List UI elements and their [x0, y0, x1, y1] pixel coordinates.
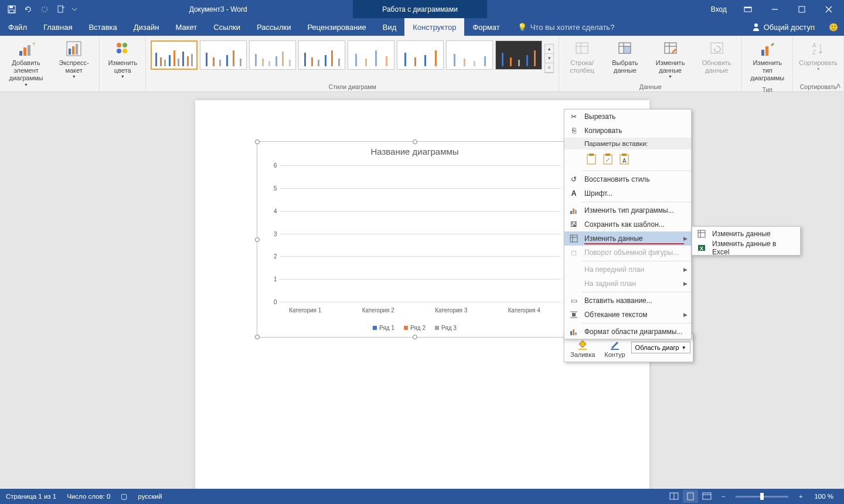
change-colors-button[interactable]: Изменить цвета▼	[102, 37, 143, 82]
chart-style-7[interactable]	[446, 40, 493, 70]
add-chart-element-button[interactable]: + Добавить элемент диаграммы▼	[2, 37, 50, 90]
zoom-slider[interactable]	[736, 496, 788, 498]
ctx-edit-data[interactable]: Изменить данные▶	[564, 231, 691, 246]
tab-design[interactable]: Дизайн	[125, 18, 168, 36]
chart-object[interactable]: Название диаграммы 0123456 Категория 1Ка…	[257, 141, 573, 338]
maximize-button[interactable]	[789, 0, 815, 18]
svg-rect-40	[587, 155, 595, 164]
ctx-reset-style[interactable]: ↺Восстановить стиль	[564, 172, 691, 186]
tab-insert[interactable]: Вставка	[80, 18, 125, 36]
svg-point-3	[42, 6, 47, 12]
mini-outline-button[interactable]: Контур	[601, 336, 628, 359]
chart-legend[interactable]: Ряд 1Ряд 2Ряд 3	[257, 325, 573, 331]
zoom-in-button[interactable]: +	[793, 490, 808, 503]
quick-access-toolbar	[0, 2, 83, 16]
ctx-copy[interactable]: ⎘Копировать	[564, 124, 691, 138]
highlight-underline	[584, 243, 684, 244]
handle-nw[interactable]	[255, 139, 260, 144]
qat-customize[interactable]	[70, 2, 79, 16]
tab-review[interactable]: Рецензирование	[299, 18, 374, 36]
status-proofing-icon[interactable]: ▢	[121, 492, 127, 500]
svg-text:A: A	[812, 42, 816, 49]
redo-button[interactable]	[38, 2, 52, 16]
close-button[interactable]	[816, 0, 842, 18]
paste-opt-3[interactable]: A	[617, 152, 631, 167]
tab-home[interactable]: Главная	[35, 18, 80, 36]
login-link[interactable]: Вход	[704, 5, 734, 13]
svg-text:X: X	[700, 246, 703, 251]
mini-chart-area-select[interactable]: Область диагр▼	[631, 342, 690, 353]
chart-plot-area[interactable]: 0123456	[269, 165, 561, 302]
ctx-font[interactable]: AШрифт...	[564, 186, 691, 200]
share-button[interactable]: Общий доступ	[744, 18, 823, 36]
view-web-layout[interactable]	[699, 490, 714, 503]
new-doc-button[interactable]	[54, 2, 68, 16]
bulb-icon: 💡	[518, 23, 527, 32]
ctx-wrap-text[interactable]: Обтекание текстом▶	[564, 308, 691, 322]
legend-item[interactable]: Ряд 3	[435, 325, 457, 331]
view-read-mode[interactable]	[666, 490, 682, 503]
chart-style-2[interactable]	[200, 40, 247, 70]
sort-button[interactable]: AZ Сортировать▼	[795, 37, 841, 74]
svg-rect-2	[9, 10, 14, 13]
ctx-insert-title[interactable]: ▭Вставить название...	[564, 294, 691, 308]
svg-rect-48	[573, 209, 574, 214]
handle-s[interactable]	[413, 335, 417, 339]
x-axis-labels: Категория 1Категория 2Категория 3Категор…	[269, 307, 561, 314]
ctx-sub-edit-excel[interactable]: XИзменить данные в Excel	[692, 241, 800, 255]
tab-chart-design[interactable]: Конструктор	[404, 18, 464, 36]
titlebar: Документ3 - Word Работа с диаграммами Вх…	[0, 0, 844, 18]
change-chart-type-button[interactable]: Изменить тип диаграммы	[744, 37, 790, 85]
title-right: Вход	[704, 0, 844, 18]
view-print-layout[interactable]	[683, 490, 698, 503]
ctx-save-template[interactable]: 🖫Сохранить как шаблон...	[564, 217, 691, 231]
tab-format[interactable]: Формат	[464, 18, 508, 36]
tab-layout[interactable]: Макет	[167, 18, 205, 36]
paste-opt-2[interactable]	[601, 152, 615, 167]
edit-data-button[interactable]: Изменить данные▼	[648, 37, 693, 82]
paste-opt-1[interactable]	[584, 152, 598, 167]
handle-sw[interactable]	[255, 335, 260, 339]
chart-style-5[interactable]	[348, 40, 394, 70]
chart-style-6[interactable]	[397, 40, 444, 70]
chart-style-3[interactable]	[249, 40, 296, 70]
status-words[interactable]: Число слов: 0	[67, 493, 110, 500]
handle-w[interactable]	[255, 237, 260, 242]
quick-layout-button[interactable]: Экспресс-макет▼	[51, 37, 97, 82]
status-page[interactable]: Страница 1 из 1	[6, 493, 56, 500]
tab-file[interactable]: Файл	[0, 18, 35, 36]
handle-n[interactable]	[413, 139, 417, 144]
switch-row-col-button[interactable]: Строка/столбец	[561, 37, 602, 77]
chart-style-4[interactable]	[298, 40, 345, 70]
ctx-sub-edit-data[interactable]: Изменить данные	[692, 227, 800, 241]
legend-item[interactable]: Ряд 1	[373, 325, 394, 331]
ctx-cut[interactable]: ✂Вырезать	[564, 110, 691, 124]
feedback-button[interactable]: 🙂	[823, 18, 844, 36]
save-button[interactable]	[5, 2, 19, 16]
ctx-format-area[interactable]: Формат области диаграммы...	[564, 325, 691, 339]
ctx-paste-header: Параметры вставки:	[564, 138, 691, 149]
chart-styles-more[interactable]: ▲▼≡	[544, 44, 554, 73]
refresh-data-button[interactable]: Обновить данные	[694, 37, 739, 77]
ribbon-display-button[interactable]	[735, 0, 761, 18]
select-data-button[interactable]: Выбрать данные	[604, 37, 646, 77]
tab-references[interactable]: Ссылки	[205, 18, 249, 36]
svg-rect-17	[69, 49, 71, 55]
collapse-ribbon-button[interactable]: ᐱ	[835, 81, 842, 90]
zoom-level[interactable]: 100 %	[809, 493, 838, 500]
svg-rect-35	[761, 50, 764, 56]
minimize-button[interactable]	[762, 0, 788, 18]
mini-fill-button[interactable]: Заливка	[567, 336, 598, 359]
legend-item[interactable]: Ряд 2	[404, 325, 426, 331]
status-language[interactable]: русский	[138, 493, 162, 500]
chart-style-1[interactable]	[151, 40, 198, 70]
zoom-out-button[interactable]: −	[716, 490, 731, 503]
chart-style-8[interactable]	[495, 40, 542, 70]
ctx-change-type[interactable]: Изменить тип диаграммы...	[564, 203, 691, 217]
tab-view[interactable]: Вид	[375, 18, 405, 36]
tab-mailings[interactable]: Рассылки	[249, 18, 299, 36]
tell-me-search[interactable]: 💡 Что вы хотите сделать?	[508, 18, 744, 36]
undo-button[interactable]	[21, 2, 35, 16]
font-icon: A	[569, 189, 578, 198]
svg-rect-65	[611, 349, 619, 350]
